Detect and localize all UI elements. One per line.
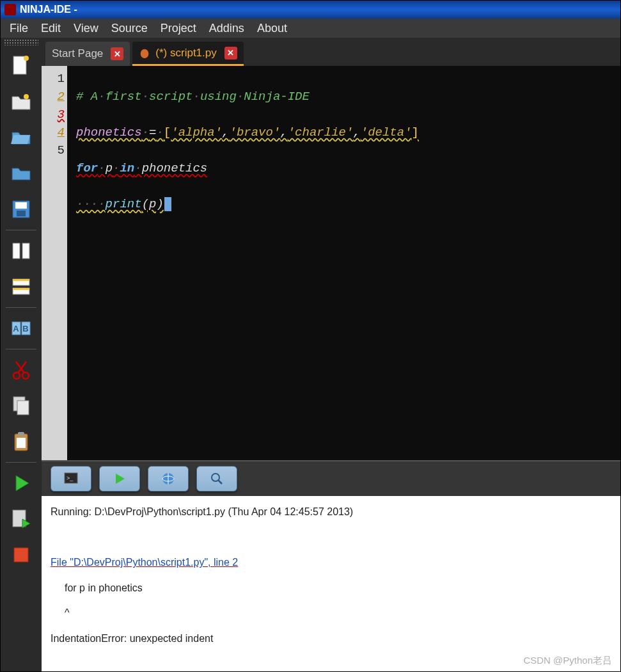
split-horizontal-button[interactable]: [7, 273, 35, 301]
svg-rect-7: [22, 243, 29, 259]
tab-label: Start Page: [52, 47, 103, 60]
code-area[interactable]: # A·first·script·using·Ninja-IDE phoneti…: [67, 66, 620, 460]
watermark: CSDN @Python老吕: [523, 655, 612, 667]
console-error-msg: IndentationError: unexpected indent: [51, 630, 611, 647]
code-editor[interactable]: 1 2 3 4 5 # A·first·script·using·Ninja-I…: [42, 66, 620, 460]
svg-text:>_: >_: [67, 475, 74, 481]
line-gutter: 1 2 3 4 5: [42, 66, 67, 460]
svg-point-1: [24, 56, 29, 61]
menubar: File Edit View Source Project Addins Abo…: [1, 19, 620, 38]
new-project-button[interactable]: [7, 88, 35, 116]
menu-project[interactable]: Project: [154, 19, 203, 38]
console-caret-line: ^: [51, 605, 611, 621]
close-icon[interactable]: ✕: [111, 47, 123, 60]
text-cursor: [164, 197, 171, 211]
line-number: 5: [42, 141, 65, 159]
svg-rect-23: [18, 432, 24, 436]
svg-rect-9: [13, 279, 29, 281]
menu-view[interactable]: View: [67, 19, 105, 38]
svg-rect-21: [17, 401, 29, 415]
menu-addins[interactable]: Addins: [203, 19, 251, 38]
svg-point-16: [13, 372, 20, 379]
line-number: 3: [42, 106, 65, 124]
titlebar: NINJA-IDE -: [1, 1, 620, 19]
svg-rect-4: [15, 202, 27, 209]
console-running-line: Running: D:\DevProj\Python\script1.py (T…: [51, 504, 611, 520]
line-number: 1: [42, 70, 65, 88]
svg-line-34: [218, 480, 222, 484]
paste-button[interactable]: [7, 428, 35, 456]
close-icon[interactable]: ✕: [224, 47, 237, 60]
svg-rect-11: [13, 288, 29, 290]
cut-button[interactable]: [7, 356, 35, 384]
console-error-link[interactable]: File "D:\DevProj\Python\script1.py", lin…: [51, 557, 238, 568]
console-terminal-button[interactable]: >_: [51, 466, 91, 492]
run-file-button[interactable]: [7, 505, 35, 533]
svg-rect-5: [17, 211, 26, 216]
copy-button[interactable]: [7, 392, 35, 420]
app-icon: [4, 4, 16, 15]
menu-edit[interactable]: Edit: [35, 19, 67, 38]
console-code-line: for p in phonetics: [51, 580, 611, 596]
tab-script1[interactable]: (*) script1.py ✕: [132, 42, 243, 66]
tab-start-page[interactable]: Start Page ✕: [45, 42, 130, 66]
svg-text:A: A: [13, 324, 19, 333]
svg-point-27: [141, 49, 149, 58]
svg-rect-26: [14, 548, 28, 562]
line-number: 4: [42, 124, 65, 141]
tab-label: (*) script1.py: [155, 47, 216, 60]
split-vertical-button[interactable]: [7, 237, 35, 265]
svg-line-18: [18, 362, 26, 373]
open-project-button[interactable]: [7, 159, 35, 188]
line-number: 2: [42, 88, 65, 106]
svg-rect-6: [13, 243, 20, 259]
svg-point-17: [22, 372, 29, 379]
menu-about[interactable]: About: [251, 19, 294, 38]
toolbar-grip[interactable]: [4, 39, 38, 45]
console-run-button[interactable]: [99, 466, 140, 492]
console-toolbar: >_: [42, 461, 620, 496]
menu-file[interactable]: File: [3, 19, 35, 38]
svg-line-19: [16, 362, 24, 373]
python-icon: [139, 47, 150, 59]
console-web-button[interactable]: [148, 466, 189, 492]
stop-button[interactable]: [7, 541, 35, 569]
svg-rect-24: [17, 438, 26, 448]
tabbar: Start Page ✕ (*) script1.py ✕: [42, 38, 620, 66]
console-panel: >_ Running: D:\DevProj\Python\script1.py…: [42, 460, 620, 671]
svg-point-2: [24, 94, 29, 99]
open-file-button[interactable]: [7, 124, 35, 152]
save-button[interactable]: [7, 195, 35, 223]
follow-mode-button[interactable]: AB: [7, 314, 35, 342]
svg-text:B: B: [22, 324, 28, 333]
window-title: NINJA-IDE -: [20, 4, 77, 15]
run-button[interactable]: [7, 469, 35, 497]
console-search-button[interactable]: [196, 466, 237, 492]
sidebar-toolbar: AB: [1, 38, 42, 671]
new-file-button[interactable]: [7, 52, 35, 80]
menu-source[interactable]: Source: [105, 19, 154, 38]
console-output[interactable]: Running: D:\DevProj\Python\script1.py (T…: [42, 496, 620, 671]
